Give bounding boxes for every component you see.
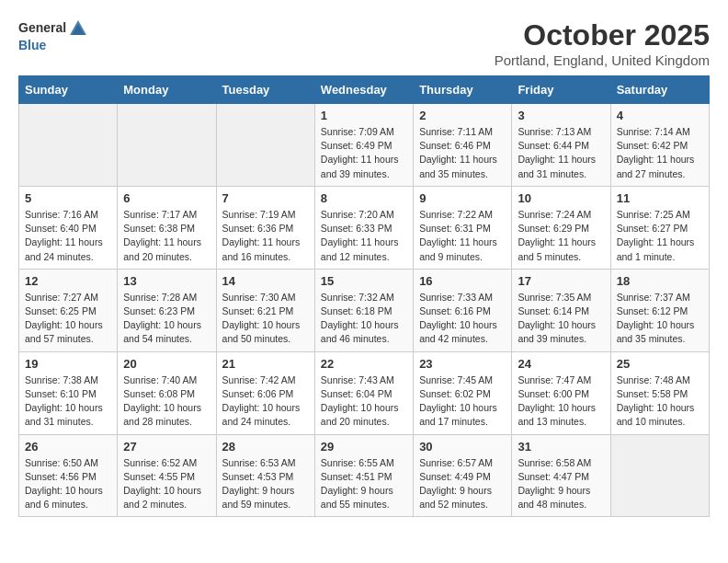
calendar-cell: 4Sunrise: 7:14 AMSunset: 6:42 PMDaylight… [610,104,709,187]
calendar-cell: 1Sunrise: 7:09 AMSunset: 6:49 PMDaylight… [314,104,413,187]
logo-icon [68,18,88,39]
calendar-cell: 16Sunrise: 7:33 AMSunset: 6:16 PMDayligh… [414,269,512,351]
header-saturday: Saturday [610,76,709,104]
calendar-cell: 24Sunrise: 7:47 AMSunset: 6:00 PMDayligh… [512,351,610,434]
calendar-cell: 21Sunrise: 7:42 AMSunset: 6:06 PMDayligh… [216,351,314,434]
day-info: Sunrise: 7:35 AMSunset: 6:14 PMDaylight:… [518,291,604,347]
day-info: Sunrise: 7:16 AMSunset: 6:40 PMDaylight:… [25,208,111,264]
calendar-cell: 11Sunrise: 7:25 AMSunset: 6:27 PMDayligh… [610,186,709,269]
day-number: 20 [123,357,210,371]
calendar-cell: 17Sunrise: 7:35 AMSunset: 6:14 PMDayligh… [512,269,610,351]
calendar-week-3: 12Sunrise: 7:27 AMSunset: 6:25 PMDayligh… [19,269,710,351]
day-info: Sunrise: 6:58 AMSunset: 4:47 PMDaylight:… [518,456,604,512]
day-info: Sunrise: 7:19 AMSunset: 6:36 PMDaylight:… [222,208,309,264]
calendar-cell: 18Sunrise: 7:37 AMSunset: 6:12 PMDayligh… [610,269,709,351]
day-number: 31 [518,440,604,454]
calendar-cell: 29Sunrise: 6:55 AMSunset: 4:51 PMDayligh… [314,434,413,517]
day-info: Sunrise: 7:27 AMSunset: 6:25 PMDaylight:… [25,291,111,347]
day-number: 9 [419,191,506,205]
day-number: 26 [25,440,111,454]
calendar-cell [610,434,709,517]
calendar-week-5: 26Sunrise: 6:50 AMSunset: 4:56 PMDayligh… [19,434,710,517]
day-number: 11 [617,191,703,205]
calendar-cell: 7Sunrise: 7:19 AMSunset: 6:36 PMDaylight… [216,186,314,269]
day-number: 29 [321,440,407,454]
day-number: 4 [617,109,703,122]
day-number: 23 [419,357,506,371]
calendar-cell: 9Sunrise: 7:22 AMSunset: 6:31 PMDaylight… [414,186,512,269]
day-number: 10 [518,191,604,205]
day-info: Sunrise: 7:45 AMSunset: 6:02 PMDaylight:… [419,373,506,430]
day-info: Sunrise: 7:30 AMSunset: 6:21 PMDaylight:… [222,291,309,347]
header-wednesday: Wednesday [314,76,413,104]
calendar-cell: 25Sunrise: 7:48 AMSunset: 5:58 PMDayligh… [610,351,709,434]
day-number: 6 [123,191,210,205]
calendar-cell: 10Sunrise: 7:24 AMSunset: 6:29 PMDayligh… [512,186,610,269]
day-info: Sunrise: 7:24 AMSunset: 6:29 PMDaylight:… [518,208,604,264]
day-info: Sunrise: 7:42 AMSunset: 6:06 PMDaylight:… [222,373,309,430]
day-info: Sunrise: 7:38 AMSunset: 6:10 PMDaylight:… [25,373,111,430]
calendar-cell: 19Sunrise: 7:38 AMSunset: 6:10 PMDayligh… [19,351,118,434]
logo-blue-text: Blue [18,39,46,52]
day-number: 19 [25,357,111,371]
header-monday: Monday [118,76,216,104]
calendar-cell [19,104,118,187]
calendar-cell: 14Sunrise: 7:30 AMSunset: 6:21 PMDayligh… [216,269,314,351]
day-number: 15 [321,274,407,288]
day-number: 12 [25,274,111,288]
calendar-header-row: SundayMondayTuesdayWednesdayThursdayFrid… [19,76,710,104]
day-info: Sunrise: 7:28 AMSunset: 6:23 PMDaylight:… [123,291,210,347]
calendar-cell: 12Sunrise: 7:27 AMSunset: 6:25 PMDayligh… [19,269,118,351]
day-number: 25 [617,357,703,371]
day-info: Sunrise: 7:47 AMSunset: 6:00 PMDaylight:… [518,373,604,430]
day-number: 13 [123,274,210,288]
day-number: 3 [518,109,604,122]
day-info: Sunrise: 6:50 AMSunset: 4:56 PMDaylight:… [25,456,111,512]
day-number: 7 [222,191,309,205]
calendar-cell: 6Sunrise: 7:17 AMSunset: 6:38 PMDaylight… [118,186,216,269]
calendar-cell: 28Sunrise: 6:53 AMSunset: 4:53 PMDayligh… [216,434,314,517]
day-number: 2 [419,109,506,122]
day-number: 18 [617,274,703,288]
calendar-cell: 15Sunrise: 7:32 AMSunset: 6:18 PMDayligh… [314,269,413,351]
header-thursday: Thursday [414,76,512,104]
day-number: 17 [518,274,604,288]
logo: General Blue [18,18,88,52]
calendar-table: SundayMondayTuesdayWednesdayThursdayFrid… [18,75,710,517]
calendar-cell: 22Sunrise: 7:43 AMSunset: 6:04 PMDayligh… [314,351,413,434]
title-section: October 2025 Portland, England, United K… [495,18,710,68]
day-info: Sunrise: 7:22 AMSunset: 6:31 PMDaylight:… [419,208,506,264]
calendar-cell: 20Sunrise: 7:40 AMSunset: 6:08 PMDayligh… [118,351,216,434]
day-number: 8 [321,191,407,205]
day-info: Sunrise: 7:13 AMSunset: 6:44 PMDaylight:… [518,125,604,181]
calendar-cell: 27Sunrise: 6:52 AMSunset: 4:55 PMDayligh… [118,434,216,517]
calendar-cell: 30Sunrise: 6:57 AMSunset: 4:49 PMDayligh… [414,434,512,517]
month-title: October 2025 [495,18,710,52]
calendar-cell: 26Sunrise: 6:50 AMSunset: 4:56 PMDayligh… [19,434,118,517]
day-info: Sunrise: 7:14 AMSunset: 6:42 PMDaylight:… [617,125,703,181]
day-info: Sunrise: 7:43 AMSunset: 6:04 PMDaylight:… [321,373,407,430]
calendar-cell: 5Sunrise: 7:16 AMSunset: 6:40 PMDaylight… [19,186,118,269]
day-info: Sunrise: 7:25 AMSunset: 6:27 PMDaylight:… [617,208,703,264]
day-info: Sunrise: 7:32 AMSunset: 6:18 PMDaylight:… [321,291,407,347]
day-info: Sunrise: 7:17 AMSunset: 6:38 PMDaylight:… [123,208,210,264]
calendar-cell: 23Sunrise: 7:45 AMSunset: 6:02 PMDayligh… [414,351,512,434]
calendar-week-1: 1Sunrise: 7:09 AMSunset: 6:49 PMDaylight… [19,104,710,187]
day-number: 24 [518,357,604,371]
day-number: 1 [321,109,407,122]
day-number: 27 [123,440,210,454]
calendar-cell [216,104,314,187]
day-info: Sunrise: 7:33 AMSunset: 6:16 PMDaylight:… [419,291,506,347]
day-info: Sunrise: 7:48 AMSunset: 5:58 PMDaylight:… [617,373,703,430]
day-number: 14 [222,274,309,288]
header-tuesday: Tuesday [216,76,314,104]
calendar-week-2: 5Sunrise: 7:16 AMSunset: 6:40 PMDaylight… [19,186,710,269]
location-subtitle: Portland, England, United Kingdom [495,52,710,68]
day-info: Sunrise: 7:40 AMSunset: 6:08 PMDaylight:… [123,373,210,430]
day-number: 5 [25,191,111,205]
day-number: 16 [419,274,506,288]
calendar-cell [118,104,216,187]
calendar-cell: 13Sunrise: 7:28 AMSunset: 6:23 PMDayligh… [118,269,216,351]
calendar-cell: 3Sunrise: 7:13 AMSunset: 6:44 PMDaylight… [512,104,610,187]
day-info: Sunrise: 6:57 AMSunset: 4:49 PMDaylight:… [419,456,506,512]
